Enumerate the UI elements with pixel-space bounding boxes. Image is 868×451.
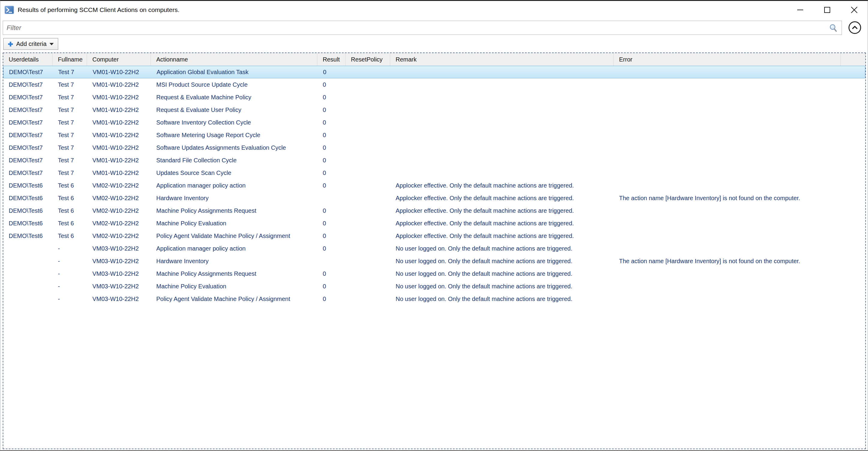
cell-remark: Applocker effective. Only the default ma…	[390, 192, 614, 204]
cell-error: The action name [Hardware Inventory] is …	[614, 255, 841, 267]
cell-fullname: Test 7	[53, 141, 87, 154]
cell-result	[317, 255, 345, 267]
cell-computer: VM01-W10-22H2	[87, 78, 151, 91]
cell-result: 0	[317, 217, 345, 230]
cell-fullname: -	[53, 267, 87, 280]
cell-userdetails: DEMO\Test6	[3, 230, 53, 242]
cell-userdetails	[3, 255, 53, 267]
column-header-resetpolicy[interactable]: ResetPolicy	[345, 53, 390, 66]
cell-resetpolicy	[345, 255, 390, 267]
column-header-userdetails[interactable]: Userdetails	[3, 53, 53, 66]
column-header-result[interactable]: Result	[317, 53, 345, 66]
cell-userdetails: DEMO\Test7	[4, 66, 53, 79]
column-header-error[interactable]: Error	[614, 53, 841, 66]
cell-remark: Applocker effective. Only the default ma…	[390, 204, 614, 217]
cell-actionname: Application Global Evaluation Task	[151, 66, 318, 79]
cell-resetpolicy	[345, 230, 390, 242]
cell-resetpolicy	[345, 293, 390, 305]
column-header-actionname[interactable]: Actionname	[151, 53, 317, 66]
cell-actionname: Software Metering Usage Report Cycle	[151, 129, 317, 141]
cell-computer: VM01-W10-22H2	[87, 129, 151, 141]
window-title: Results of performing SCCM Client Action…	[18, 6, 179, 13]
cell-actionname: Machine Policy Assignments Request	[151, 267, 317, 280]
minimize-button[interactable]	[787, 1, 814, 19]
cell-fullname: Test 6	[53, 204, 87, 217]
cell-userdetails	[3, 242, 53, 255]
cell-fullname: Test 7	[53, 66, 87, 79]
cell-remark	[390, 141, 614, 154]
column-header-remark[interactable]: Remark	[390, 53, 614, 66]
cell-result: 0	[317, 141, 345, 154]
filter-input[interactable]	[3, 21, 842, 35]
cell-resetpolicy	[345, 91, 390, 103]
cell-result: 0	[317, 129, 345, 141]
table-row[interactable]: DEMO\Test7Test 7VM01-W10-22H2Request & E…	[3, 91, 865, 103]
cell-actionname: Policy Agent Validate Machine Policy / A…	[151, 293, 317, 305]
cell-userdetails	[3, 293, 53, 305]
close-button[interactable]	[841, 1, 868, 19]
out-gridview-window: Results of performing SCCM Client Action…	[0, 0, 868, 451]
maximize-button[interactable]	[814, 1, 841, 19]
column-header-computer[interactable]: Computer	[87, 53, 151, 66]
cell-error	[614, 267, 841, 280]
cell-computer: VM02-W10-22H2	[87, 230, 151, 242]
table-row[interactable]: DEMO\Test7Test 7VM01-W10-22H2Request & E…	[3, 103, 865, 116]
cell-result: 0	[317, 116, 345, 129]
table-row[interactable]: DEMO\Test6Test 6VM02-W10-22H2Hardware In…	[3, 192, 865, 204]
column-header-filler	[841, 53, 865, 66]
cell-fullname: Test 7	[53, 91, 87, 103]
table-row[interactable]: DEMO\Test6Test 6VM02-W10-22H2Policy Agen…	[3, 230, 865, 242]
table-row[interactable]: DEMO\Test6Test 6VM02-W10-22H2Application…	[3, 179, 865, 192]
close-icon	[850, 6, 859, 14]
cell-resetpolicy	[345, 280, 390, 293]
cell-userdetails	[3, 267, 53, 280]
cell-actionname: Updates Source Scan Cycle	[151, 167, 317, 179]
cell-error	[614, 204, 841, 217]
cell-error	[614, 217, 841, 230]
cell-actionname: Application manager policy action	[151, 179, 317, 192]
table-row[interactable]: -VM03-W10-22H2Application manager policy…	[3, 242, 865, 255]
cell-error	[614, 129, 841, 141]
cell-error	[614, 179, 841, 192]
cell-error	[614, 66, 841, 79]
cell-error	[614, 293, 841, 305]
table-row[interactable]: DEMO\Test7Test 7VM01-W10-22H2MSI Product…	[3, 78, 865, 91]
column-header-fullname[interactable]: Fullname	[53, 53, 87, 66]
table-row[interactable]: DEMO\Test7Test 7VM01-W10-22H2Software Me…	[3, 129, 865, 141]
cell-result: 0	[317, 230, 345, 242]
cell-computer: VM01-W10-22H2	[87, 141, 151, 154]
cell-result	[317, 192, 345, 204]
table-row[interactable]: DEMO\Test6Test 6VM02-W10-22H2Machine Pol…	[3, 217, 865, 230]
table-row[interactable]: -VM03-W10-22H2Policy Agent Validate Mach…	[3, 293, 865, 305]
cell-computer: VM03-W10-22H2	[87, 280, 151, 293]
table-row[interactable]: DEMO\Test7Test 7VM01-W10-22H2Standard Fi…	[3, 154, 865, 167]
collapse-criteria-button[interactable]	[848, 21, 861, 34]
cell-userdetails: DEMO\Test7	[3, 129, 53, 141]
cell-error	[614, 78, 841, 91]
table-row[interactable]: DEMO\Test7Test 7VM01-W10-22H2Application…	[3, 66, 865, 78]
table-row[interactable]: -VM03-W10-22H2Hardware InventoryNo user …	[3, 255, 865, 267]
cell-userdetails: DEMO\Test7	[3, 91, 53, 103]
cell-remark	[390, 116, 614, 129]
table-row[interactable]: DEMO\Test7Test 7VM01-W10-22H2Software Up…	[3, 141, 865, 154]
table-row[interactable]: -VM03-W10-22H2Machine Policy Assignments…	[3, 267, 865, 280]
cell-userdetails: DEMO\Test7	[3, 167, 53, 179]
minimize-icon	[796, 6, 804, 14]
cell-error	[614, 230, 841, 242]
table-row[interactable]: DEMO\Test7Test 7VM01-W10-22H2Updates Sou…	[3, 167, 865, 179]
cell-fullname: Test 6	[53, 179, 87, 192]
cell-fullname: Test 7	[53, 167, 87, 179]
cell-userdetails: DEMO\Test6	[3, 192, 53, 204]
cell-actionname: Hardware Inventory	[151, 255, 317, 267]
cell-computer: VM01-W10-22H2	[87, 167, 151, 179]
table-row[interactable]: DEMO\Test7Test 7VM01-W10-22H2Software In…	[3, 116, 865, 129]
cell-userdetails: DEMO\Test7	[3, 116, 53, 129]
cell-fullname: -	[53, 280, 87, 293]
cell-computer: VM01-W10-22H2	[87, 103, 151, 116]
cell-userdetails: DEMO\Test7	[3, 154, 53, 167]
add-criteria-button[interactable]: Add criteria	[3, 38, 58, 50]
cell-actionname: Request & Evaluate Machine Policy	[151, 91, 317, 103]
table-row[interactable]: DEMO\Test6Test 6VM02-W10-22H2Machine Pol…	[3, 204, 865, 217]
table-row[interactable]: -VM03-W10-22H2Machine Policy Evaluation0…	[3, 280, 865, 293]
cell-error: The action name [Hardware Inventory] is …	[614, 192, 841, 204]
